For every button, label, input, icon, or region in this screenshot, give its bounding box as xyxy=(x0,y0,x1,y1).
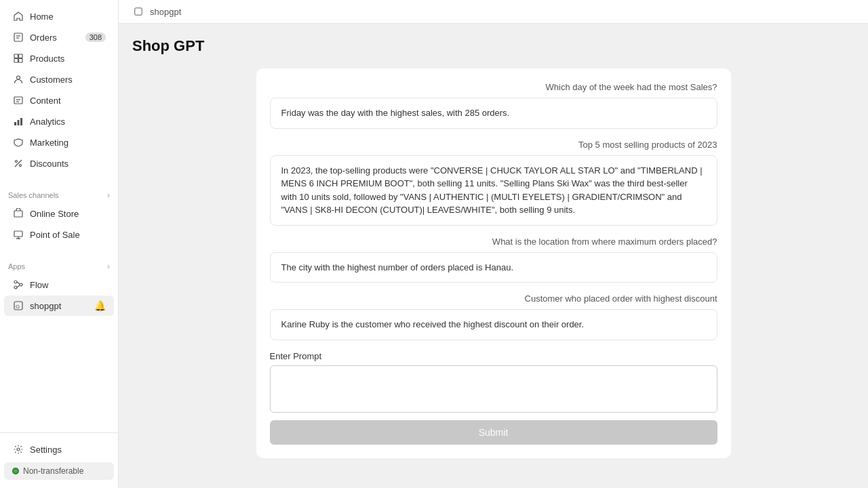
discounts-icon xyxy=(12,157,24,169)
bell-icon[interactable]: 🔔 xyxy=(94,300,106,311)
content-area: Shop GPT Which day of the week had the m… xyxy=(119,24,868,488)
sidebar-item-marketing[interactable]: Marketing xyxy=(4,132,114,152)
svg-point-28 xyxy=(17,448,20,451)
sidebar-item-label: Products xyxy=(30,54,64,64)
chat-answer-2: In 2023, the top-selling products were "… xyxy=(270,155,717,226)
chevron-right-icon: › xyxy=(107,262,110,271)
sidebar: Home Orders 308 Products Customers Con xyxy=(0,0,119,488)
sidebar-item-products[interactable]: Products xyxy=(4,48,114,68)
home-icon xyxy=(12,10,24,22)
sidebar-item-label: Point of Sale xyxy=(30,230,80,240)
svg-rect-12 xyxy=(18,120,20,125)
marketing-icon xyxy=(12,136,24,148)
chat-message-4: Customer who placed order with highest d… xyxy=(270,293,717,340)
prompt-input[interactable] xyxy=(270,365,717,413)
sidebar-item-label: Customers xyxy=(30,75,73,85)
sidebar-item-label: Online Store xyxy=(30,209,79,219)
chat-question-2: Top 5 most selling products of 2023 xyxy=(270,140,717,150)
sidebar-item-online-store[interactable]: Online Store xyxy=(4,203,114,224)
sidebar-item-customers[interactable]: Customers xyxy=(4,69,114,89)
chat-container: Which day of the week had the most Sales… xyxy=(256,68,731,458)
svg-rect-3 xyxy=(14,54,18,58)
content-icon xyxy=(12,94,24,106)
chat-message-3: What is the location from where maximum … xyxy=(270,237,717,283)
chevron-right-icon: › xyxy=(107,190,110,200)
svg-rect-4 xyxy=(19,54,23,58)
sidebar-item-shopgpt[interactable]: G shopgpt 🔔 xyxy=(4,296,114,316)
sidebar-item-label: Discounts xyxy=(30,159,68,169)
prompt-section: Enter Prompt Submit xyxy=(270,351,717,445)
sidebar-item-label: shopgpt xyxy=(30,301,61,311)
sidebar-item-label: Content xyxy=(30,96,61,106)
apps-header: Apps › xyxy=(0,256,118,274)
sidebar-item-flow[interactable]: Flow xyxy=(4,274,114,295)
customers-icon xyxy=(12,73,24,85)
svg-rect-0 xyxy=(14,33,22,41)
sidebar-item-label: Orders xyxy=(30,33,57,43)
sidebar-item-home[interactable]: Home xyxy=(4,6,114,26)
svg-rect-6 xyxy=(19,59,23,63)
topbar-breadcrumb: shopgpt xyxy=(150,7,181,17)
svg-line-24 xyxy=(17,282,20,284)
chat-question-4: Customer who placed order with highest d… xyxy=(270,293,717,304)
svg-rect-29 xyxy=(135,8,142,16)
svg-text:G: G xyxy=(16,304,20,310)
svg-point-23 xyxy=(14,286,17,289)
chat-answer-4: Karine Ruby is the customer who received… xyxy=(270,309,717,340)
svg-rect-11 xyxy=(14,122,16,125)
analytics-icon xyxy=(12,115,24,127)
svg-rect-5 xyxy=(14,59,18,63)
sidebar-item-label: Flow xyxy=(30,280,48,290)
shopgpt-icon: G xyxy=(12,300,24,312)
sidebar-item-label: Home xyxy=(30,12,54,22)
sidebar-item-pos[interactable]: Point of Sale xyxy=(4,224,114,245)
svg-point-22 xyxy=(20,283,22,286)
non-transferable-label: Non-transferable xyxy=(23,466,83,476)
status-dot xyxy=(12,468,19,474)
main-content: shopgpt Shop GPT Which day of the week h… xyxy=(119,0,868,488)
sales-channels-header: Sales channels › xyxy=(0,185,118,203)
chat-message-2: Top 5 most selling products of 2023 In 2… xyxy=(270,140,717,226)
sidebar-item-label: Marketing xyxy=(30,138,68,148)
chat-answer-1: Friday was the day with the highest sale… xyxy=(270,98,717,129)
svg-rect-13 xyxy=(20,118,22,125)
sidebar-item-settings[interactable]: Settings xyxy=(4,439,114,460)
sidebar-item-analytics[interactable]: Analytics xyxy=(4,111,114,131)
orders-icon xyxy=(12,31,24,43)
svg-line-25 xyxy=(17,285,20,287)
flow-icon xyxy=(12,279,24,291)
svg-rect-8 xyxy=(14,97,22,104)
sidebar-item-discounts[interactable]: Discounts xyxy=(4,153,114,174)
chat-answer-3: The city with the highest number of orde… xyxy=(270,252,717,283)
prompt-label: Enter Prompt xyxy=(270,351,717,361)
submit-button[interactable]: Submit xyxy=(270,420,717,445)
topbar: shopgpt xyxy=(119,0,868,24)
topbar-shopgpt-icon xyxy=(132,5,144,18)
products-icon xyxy=(12,52,24,64)
online-store-icon xyxy=(12,207,24,220)
settings-icon xyxy=(12,443,24,455)
chat-message-1: Which day of the week had the most Sales… xyxy=(270,82,717,129)
orders-badge: 308 xyxy=(85,33,106,42)
svg-point-21 xyxy=(14,281,17,283)
pos-icon xyxy=(12,228,24,241)
svg-point-7 xyxy=(17,76,20,79)
chat-question-3: What is the location from where maximum … xyxy=(270,237,717,247)
svg-rect-17 xyxy=(14,211,22,217)
sidebar-item-content[interactable]: Content xyxy=(4,90,114,110)
sidebar-item-label: Analytics xyxy=(30,117,65,127)
svg-point-15 xyxy=(20,165,22,167)
svg-rect-18 xyxy=(14,231,22,237)
sidebar-item-orders[interactable]: Orders 308 xyxy=(4,27,114,47)
chat-question-1: Which day of the week had the most Sales… xyxy=(270,82,717,92)
sidebar-item-label: Settings xyxy=(30,445,62,455)
svg-line-16 xyxy=(15,160,22,167)
svg-point-14 xyxy=(16,161,18,163)
non-transferable-badge[interactable]: Non-transferable xyxy=(4,462,114,480)
page-title: Shop GPT xyxy=(132,37,854,55)
